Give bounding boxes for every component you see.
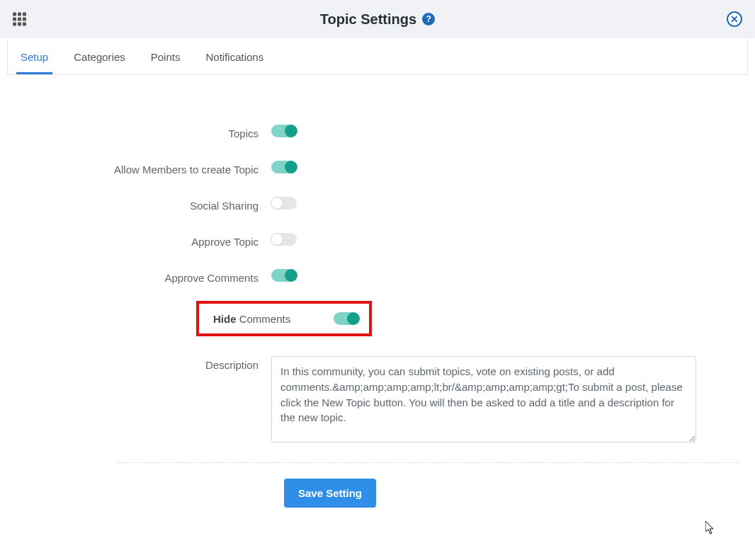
toggle-allow-members[interactable]	[271, 161, 297, 173]
tab-setup[interactable]: Setup	[8, 38, 61, 74]
tab-categories[interactable]: Categories	[61, 38, 138, 74]
label-hide-comments-strong: Hide	[213, 313, 237, 325]
page-title-text: Topic Settings	[320, 11, 416, 28]
toggle-approve-comments[interactable]	[271, 269, 297, 282]
label-topics: Topics	[59, 125, 271, 141]
divider	[115, 462, 739, 463]
toggle-social-sharing[interactable]	[271, 197, 297, 210]
settings-form: Topics Allow Members to create Topic Soc…	[30, 125, 725, 508]
close-icon[interactable]: ✕	[727, 11, 742, 27]
label-description: Description	[59, 356, 271, 372]
toggle-approve-topic[interactable]	[271, 233, 297, 246]
tab-points[interactable]: Points	[138, 38, 193, 74]
modal-header: Topic Settings ? ✕	[0, 0, 755, 38]
toggle-hide-comments[interactable]	[334, 312, 359, 325]
label-hide-comments-rest: Comments	[237, 313, 291, 325]
label-approve-comments: Approve Comments	[59, 269, 271, 285]
help-icon[interactable]: ?	[422, 13, 435, 25]
save-button[interactable]: Save Setting	[284, 479, 376, 508]
apps-grid-icon[interactable]	[13, 13, 26, 26]
description-textarea[interactable]	[271, 356, 696, 442]
label-approve-topic: Approve Topic	[59, 233, 271, 249]
tab-notifications[interactable]: Notifications	[193, 38, 276, 74]
toggle-topics[interactable]	[271, 125, 297, 137]
label-social-sharing: Social Sharing	[59, 197, 271, 213]
label-allow-members: Allow Members to create Topic	[59, 161, 271, 177]
highlight-hide-comments: Hide Comments	[196, 301, 372, 336]
label-hide-comments: Hide Comments	[199, 313, 334, 325]
page-title: Topic Settings ?	[320, 11, 435, 28]
tabs-bar: Setup Categories Points Notifications	[7, 38, 748, 75]
